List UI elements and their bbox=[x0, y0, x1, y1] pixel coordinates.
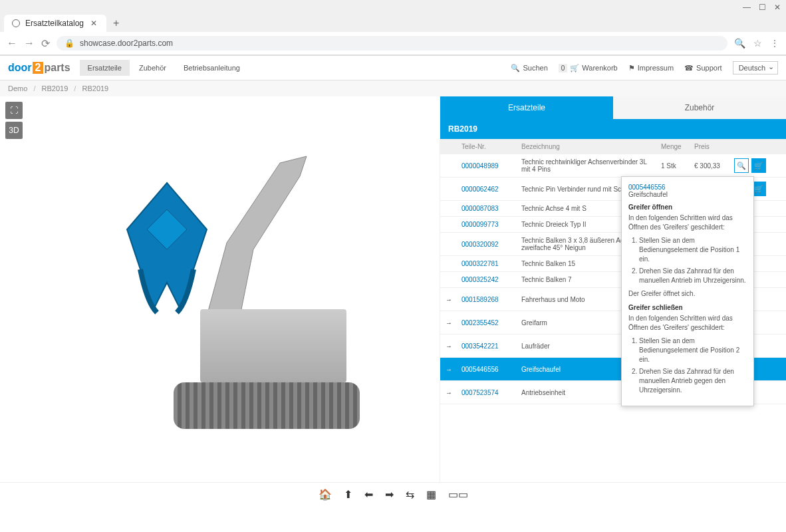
table-header: Teile-Nr. Bezeichnung Menge Preis bbox=[440, 139, 786, 154]
popup-partno: 0005446556 bbox=[628, 184, 747, 191]
flag-icon: ⚑ bbox=[628, 64, 635, 72]
impressum-tool[interactable]: ⚑ Impressum bbox=[628, 64, 674, 72]
part-number: 0000320092 bbox=[461, 241, 521, 248]
part-description: Technic rechtwinkliger Achsenverbinder 3… bbox=[521, 158, 661, 173]
part-number: 0003542221 bbox=[461, 342, 521, 350]
breadcrumb-item[interactable]: RB2019 bbox=[42, 84, 68, 92]
window-close[interactable]: ✕ bbox=[774, 3, 781, 12]
search-icon: 🔍 bbox=[511, 64, 520, 72]
rotate-3d-icon[interactable]: 3D bbox=[5, 122, 23, 139]
addcart-icon[interactable]: 🛒 bbox=[751, 158, 766, 173]
tree-icon[interactable]: ⇆ bbox=[406, 488, 414, 501]
lock-icon: 🔒 bbox=[65, 39, 74, 48]
vr-icon[interactable]: ▭▭ bbox=[448, 488, 468, 501]
arrow-icon: → bbox=[446, 342, 461, 350]
part-qty: 1 Stk bbox=[661, 162, 694, 170]
part-price: € 300,33 bbox=[694, 162, 734, 170]
logo[interactable]: door2parts bbox=[8, 62, 70, 74]
prev-icon[interactable]: ⬅ bbox=[364, 488, 373, 501]
part-number: 0000325242 bbox=[461, 276, 521, 283]
part-number: 0001589268 bbox=[461, 296, 521, 303]
excavator-model bbox=[80, 136, 360, 442]
part-number: 0000062462 bbox=[461, 186, 521, 193]
language-select[interactable]: Deutsch bbox=[733, 61, 778, 74]
breadcrumb-item[interactable]: Demo bbox=[8, 84, 27, 92]
reload-button[interactable]: ⟳ bbox=[41, 37, 50, 50]
table-row[interactable]: 0000048989Technic rechtwinkliger Achsenv… bbox=[440, 154, 786, 178]
forward-button[interactable]: → bbox=[24, 37, 35, 49]
panel-subhead: RB2019 bbox=[440, 119, 786, 139]
part-number: 0007523574 bbox=[461, 389, 521, 396]
detail-popup: 0005446556 Greifschaufel Greifer öffnen … bbox=[621, 176, 754, 406]
window-minimize[interactable]: — bbox=[743, 3, 751, 12]
support-icon: ☎ bbox=[684, 64, 694, 72]
main-nav: Ersatzteile Zubehör Betriebsanleitung bbox=[80, 60, 248, 76]
part-number: 0000048989 bbox=[461, 162, 521, 170]
address-bar[interactable]: 🔒 showcase.door2parts.com bbox=[57, 36, 727, 51]
globe-icon bbox=[12, 19, 20, 27]
back-button[interactable]: ← bbox=[7, 37, 17, 49]
up-icon[interactable]: ⬆ bbox=[344, 488, 352, 501]
browser-chrome: — ☐ ✕ Ersatzteilkatalog ✕ + ← → ⟳ 🔒 show… bbox=[0, 0, 786, 56]
parts-panel: Ersatzteile Zubehör RB2019 Teile-Nr. Bez… bbox=[440, 96, 786, 482]
window-maximize[interactable]: ☐ bbox=[759, 3, 766, 12]
view-icon[interactable]: ▦ bbox=[426, 488, 436, 501]
tab-title: Ersatzteilkatalog bbox=[25, 19, 84, 28]
cart-icon: 🛒 bbox=[570, 64, 579, 72]
arrow-icon: → bbox=[446, 366, 461, 373]
tab-ersatzteile[interactable]: Ersatzteile bbox=[440, 96, 613, 119]
popup-section-head: Greifer öffnen bbox=[628, 203, 747, 211]
detail-icon[interactable]: 🔍 bbox=[734, 158, 749, 173]
part-number: 0000087083 bbox=[461, 205, 521, 212]
star-icon[interactable]: ☆ bbox=[753, 38, 762, 49]
part-number: 0002355452 bbox=[461, 319, 521, 327]
tab-close-icon[interactable]: ✕ bbox=[89, 19, 98, 28]
part-number: 0000322781 bbox=[461, 260, 521, 267]
arrow-icon: → bbox=[446, 389, 461, 396]
nav-betriebsanleitung[interactable]: Betriebsanleitung bbox=[176, 60, 248, 76]
breadcrumb-item: RB2019 bbox=[82, 84, 108, 92]
bottom-toolbar: 🏠 ⬆ ⬅ ➡ ⇆ ▦ ▭▭ bbox=[0, 482, 786, 506]
part-number: 0000099773 bbox=[461, 221, 521, 228]
url-text: showcase.door2parts.com bbox=[80, 39, 173, 48]
popup-section-head: Greifer schließen bbox=[628, 304, 747, 311]
search-tool[interactable]: 🔍 Suchen bbox=[511, 64, 547, 72]
next-icon[interactable]: ➡ bbox=[385, 488, 394, 501]
grapple-highlight bbox=[107, 176, 227, 323]
arrow-icon: → bbox=[446, 296, 461, 303]
popup-title: Greifschaufel bbox=[628, 191, 747, 198]
cart-count: 0 bbox=[559, 64, 568, 72]
arrow-icon: → bbox=[446, 319, 461, 327]
app-header: door2parts Ersatzteile Zubehör Betriebsa… bbox=[0, 56, 786, 80]
part-number: 0005446556 bbox=[461, 366, 521, 373]
breadcrumb: Demo / RB2019 / RB2019 bbox=[0, 80, 786, 96]
nav-zubehor[interactable]: Zubehör bbox=[131, 60, 174, 76]
cart-tool[interactable]: 0 🛒 Warenkorb bbox=[559, 64, 618, 72]
browser-tab[interactable]: Ersatzteilkatalog ✕ bbox=[4, 15, 106, 32]
zoom-icon[interactable]: 🔍 bbox=[734, 38, 745, 49]
support-tool[interactable]: ☎ Support bbox=[684, 64, 722, 72]
expand-icon[interactable]: ⛶ bbox=[5, 102, 23, 119]
3d-viewer[interactable]: ⛶ 3D bbox=[0, 96, 440, 482]
new-tab-button[interactable]: + bbox=[106, 17, 126, 29]
tab-zubehor[interactable]: Zubehör bbox=[613, 96, 786, 119]
viewer-canvas[interactable] bbox=[0, 96, 440, 482]
nav-ersatzteile[interactable]: Ersatzteile bbox=[80, 60, 130, 76]
home-icon[interactable]: 🏠 bbox=[319, 488, 332, 501]
menu-icon[interactable]: ⋮ bbox=[770, 38, 779, 49]
